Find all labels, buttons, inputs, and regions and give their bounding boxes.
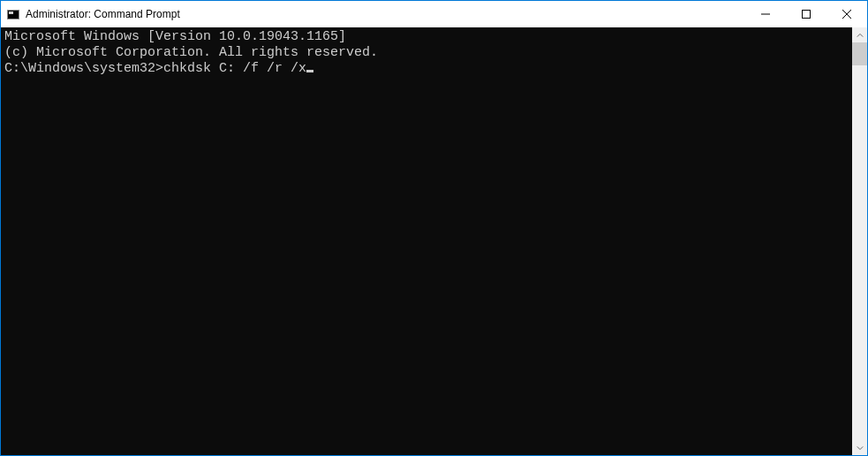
- terminal-line: Microsoft Windows [Version 10.0.19043.11…: [4, 29, 849, 45]
- scroll-up-button[interactable]: [852, 27, 867, 42]
- minimize-button[interactable]: [745, 1, 786, 27]
- terminal-line: (c) Microsoft Corporation. All rights re…: [4, 45, 849, 61]
- scroll-down-button[interactable]: [852, 440, 867, 455]
- scroll-track[interactable]: [852, 42, 867, 440]
- scroll-thumb[interactable]: [852, 42, 867, 65]
- title-left: Administrator: Command Prompt: [6, 7, 180, 21]
- minimize-icon: [761, 10, 770, 19]
- chevron-up-icon: [857, 32, 864, 39]
- close-button[interactable]: [826, 1, 867, 27]
- cursor: [306, 70, 313, 72]
- terminal-prompt-line: C:\Windows\system32>chkdsk C: /f /r /x: [4, 61, 849, 77]
- cmd-icon: [6, 7, 20, 21]
- maximize-button[interactable]: [786, 1, 826, 27]
- chevron-down-icon: [857, 445, 864, 452]
- terminal[interactable]: Microsoft Windows [Version 10.0.19043.11…: [1, 27, 852, 455]
- titlebar[interactable]: Administrator: Command Prompt: [1, 1, 867, 27]
- vertical-scrollbar[interactable]: [852, 27, 867, 455]
- close-icon: [842, 10, 851, 19]
- svg-rect-1: [803, 11, 811, 19]
- maximize-icon: [802, 10, 811, 19]
- window-title: Administrator: Command Prompt: [26, 8, 180, 20]
- command-prompt-window: Administrator: Command Prompt Microsoft …: [0, 0, 868, 456]
- content-area: Microsoft Windows [Version 10.0.19043.11…: [1, 27, 867, 455]
- prompt: C:\Windows\system32>: [4, 61, 163, 76]
- window-controls: [745, 1, 867, 27]
- command-input: chkdsk C: /f /r /x: [163, 61, 306, 76]
